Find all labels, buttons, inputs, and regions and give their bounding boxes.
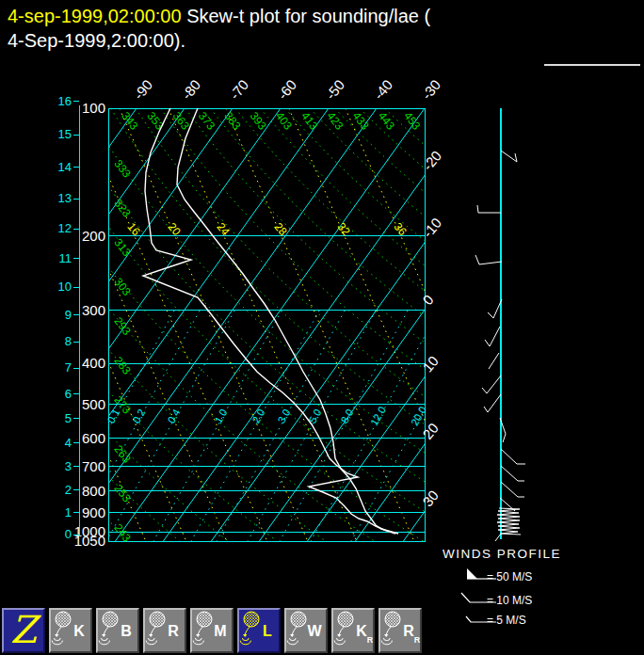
radiosonde-balloon-icon: W	[286, 610, 326, 651]
svg-text:423: 423	[324, 109, 346, 133]
svg-text:353: 353	[145, 109, 168, 133]
svg-text:-90: -90	[130, 76, 155, 103]
svg-text:L: L	[263, 623, 272, 639]
svg-text:-40: -40	[370, 76, 395, 103]
svg-text:0.2: 0.2	[131, 407, 148, 424]
script-z-icon: Z	[4, 610, 43, 651]
svg-text:30: 30	[419, 487, 442, 510]
svg-text:R: R	[414, 635, 420, 645]
svg-text:= 5 M/S: = 5 M/S	[487, 614, 526, 627]
winds-legend: WINDS PROFILE= 50 M/S= 10 M/S= 5 M/S	[443, 547, 561, 627]
svg-text:R: R	[168, 623, 179, 639]
svg-text:5.0: 5.0	[307, 407, 324, 424]
svg-text:323: 323	[111, 197, 134, 220]
mixing-ratio-labels: 0.10.20.41.02.03.05.08.012.020.0	[105, 405, 428, 428]
svg-text:1.0: 1.0	[213, 407, 230, 424]
svg-text:500: 500	[82, 396, 105, 412]
svg-text:2: 2	[65, 483, 72, 497]
moist-adiabats	[0, 108, 534, 541]
toolbar-button-r[interactable]: R	[143, 608, 186, 653]
svg-text:413: 413	[298, 109, 321, 133]
app-window: 4-sep-1999,02:00:00 Skew-t plot for soun…	[0, 0, 644, 655]
svg-text:7: 7	[65, 360, 72, 375]
radiosonde-balloon-icon: KR	[333, 610, 373, 651]
toolbar: ZKBRMLWKRRR	[2, 608, 422, 653]
svg-text:11: 11	[59, 251, 72, 265]
plot-grid-area	[0, 108, 644, 541]
svg-text:383: 383	[221, 109, 244, 133]
svg-text:0: 0	[65, 527, 72, 541]
wind-profile	[475, 108, 525, 541]
svg-text:-70: -70	[226, 76, 251, 103]
svg-text:900: 900	[82, 504, 105, 520]
svg-text:403: 403	[273, 109, 296, 133]
svg-text:R: R	[403, 623, 414, 639]
temperature-axis-labels: -90-80-70-60-50-40-30-20-100102030	[130, 76, 444, 509]
radiosonde-balloon-icon: R	[145, 610, 185, 651]
svg-text:WINDS PROFILE: WINDS PROFILE	[443, 547, 561, 561]
height-axis: 012345678910111213141516	[58, 94, 79, 541]
toolbar-button-k-r[interactable]: KR	[331, 608, 375, 653]
svg-text:15: 15	[58, 127, 72, 141]
svg-text:700: 700	[82, 458, 105, 474]
svg-text:0.4: 0.4	[166, 407, 183, 424]
svg-text:5: 5	[65, 411, 72, 425]
toolbar-button-r-r[interactable]: RR	[378, 608, 422, 653]
svg-text:10: 10	[58, 280, 72, 294]
toolbar-button-l[interactable]: L	[237, 608, 281, 653]
skewt-plot: 1002003004005006007008009001000105001234…	[0, 0, 644, 655]
svg-text:9: 9	[65, 308, 72, 322]
svg-text:12: 12	[58, 221, 72, 235]
svg-text:263: 263	[111, 442, 134, 466]
dewpoint-trace	[143, 108, 395, 534]
svg-text:-60: -60	[274, 76, 299, 103]
svg-text:8: 8	[65, 334, 72, 348]
svg-text:343: 343	[119, 109, 141, 133]
svg-text:Z: Z	[10, 610, 41, 651]
svg-text:-20: -20	[419, 148, 444, 174]
svg-text:1: 1	[65, 505, 72, 519]
svg-text:14: 14	[58, 160, 72, 174]
svg-text:200: 200	[82, 228, 105, 244]
svg-text:-50: -50	[322, 76, 347, 103]
radiosonde-balloon-icon: L	[239, 610, 279, 651]
radiosonde-balloon-icon: M	[192, 610, 232, 651]
svg-text:400: 400	[82, 355, 105, 371]
svg-text:800: 800	[82, 483, 105, 499]
svg-text:0: 0	[419, 292, 436, 308]
svg-text:373: 373	[196, 109, 218, 133]
svg-text:100: 100	[82, 100, 105, 116]
toolbar-button-w[interactable]: W	[284, 608, 328, 653]
svg-text:-30: -30	[418, 76, 443, 103]
svg-text:443: 443	[376, 109, 398, 133]
toolbar-button-z[interactable]: Z	[2, 608, 45, 653]
svg-text:13: 13	[58, 191, 72, 205]
svg-text:333: 333	[111, 157, 134, 181]
svg-text:-80: -80	[178, 76, 203, 103]
svg-text:W: W	[307, 623, 322, 639]
svg-text:R: R	[367, 635, 373, 645]
svg-text:303: 303	[111, 276, 134, 299]
toolbar-button-k[interactable]: K	[49, 608, 92, 653]
svg-text:K: K	[73, 623, 85, 639]
radiosonde-balloon-icon: B	[98, 610, 137, 651]
radiosonde-balloon-icon: K	[51, 610, 90, 651]
svg-text:= 50 M/S: = 50 M/S	[487, 570, 532, 583]
svg-text:3.0: 3.0	[276, 407, 293, 424]
svg-text:= 10 M/S: = 10 M/S	[487, 594, 532, 607]
radiosonde-balloon-icon: RR	[380, 610, 420, 651]
svg-text:2.0: 2.0	[250, 407, 267, 424]
isotherm-grid	[0, 108, 644, 541]
svg-text:600: 600	[82, 430, 105, 446]
svg-text:3: 3	[65, 459, 72, 473]
toolbar-button-m[interactable]: M	[190, 608, 233, 653]
svg-text:4: 4	[65, 436, 72, 450]
svg-text:16: 16	[58, 94, 72, 108]
toolbar-button-b[interactable]: B	[96, 608, 139, 653]
svg-text:10: 10	[419, 353, 442, 375]
svg-text:6: 6	[65, 387, 72, 401]
svg-text:453: 453	[401, 109, 424, 133]
svg-text:300: 300	[82, 302, 105, 318]
svg-text:B: B	[121, 623, 132, 639]
dry-adiabats	[0, 108, 644, 541]
